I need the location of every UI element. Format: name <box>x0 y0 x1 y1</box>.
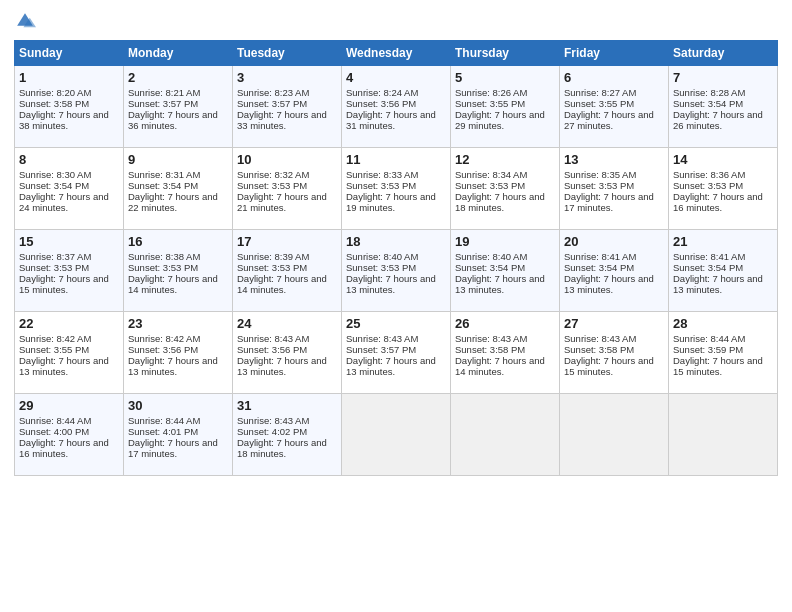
day-number: 17 <box>237 234 337 249</box>
sunset-text: Sunset: 3:57 PM <box>346 344 416 355</box>
calendar-cell <box>342 394 451 476</box>
calendar-cell <box>560 394 669 476</box>
day-number: 26 <box>455 316 555 331</box>
sunset-text: Sunset: 3:58 PM <box>455 344 525 355</box>
calendar-cell: 29Sunrise: 8:44 AMSunset: 4:00 PMDayligh… <box>15 394 124 476</box>
daylight-text: Daylight: 7 hours and 14 minutes. <box>455 355 545 377</box>
calendar-cell: 12Sunrise: 8:34 AMSunset: 3:53 PMDayligh… <box>451 148 560 230</box>
daylight-text: Daylight: 7 hours and 17 minutes. <box>128 437 218 459</box>
daylight-text: Daylight: 7 hours and 14 minutes. <box>128 273 218 295</box>
sunset-text: Sunset: 3:58 PM <box>564 344 634 355</box>
daylight-text: Daylight: 7 hours and 13 minutes. <box>128 355 218 377</box>
day-number: 21 <box>673 234 773 249</box>
sunset-text: Sunset: 4:01 PM <box>128 426 198 437</box>
calendar-cell: 8Sunrise: 8:30 AMSunset: 3:54 PMDaylight… <box>15 148 124 230</box>
sunset-text: Sunset: 3:55 PM <box>19 344 89 355</box>
day-header-monday: Monday <box>124 41 233 66</box>
sunset-text: Sunset: 3:53 PM <box>237 262 307 273</box>
sunset-text: Sunset: 4:00 PM <box>19 426 89 437</box>
calendar-cell: 26Sunrise: 8:43 AMSunset: 3:58 PMDayligh… <box>451 312 560 394</box>
calendar-table: SundayMondayTuesdayWednesdayThursdayFrid… <box>14 40 778 476</box>
sunrise-text: Sunrise: 8:33 AM <box>346 169 418 180</box>
calendar-cell: 30Sunrise: 8:44 AMSunset: 4:01 PMDayligh… <box>124 394 233 476</box>
sunrise-text: Sunrise: 8:37 AM <box>19 251 91 262</box>
sunrise-text: Sunrise: 8:42 AM <box>19 333 91 344</box>
sunrise-text: Sunrise: 8:43 AM <box>237 333 309 344</box>
day-number: 25 <box>346 316 446 331</box>
daylight-text: Daylight: 7 hours and 16 minutes. <box>19 437 109 459</box>
daylight-text: Daylight: 7 hours and 14 minutes. <box>237 273 327 295</box>
sunset-text: Sunset: 3:54 PM <box>673 98 743 109</box>
calendar-cell: 5Sunrise: 8:26 AMSunset: 3:55 PMDaylight… <box>451 66 560 148</box>
logo <box>14 10 38 32</box>
day-number: 12 <box>455 152 555 167</box>
sunset-text: Sunset: 3:54 PM <box>455 262 525 273</box>
day-number: 6 <box>564 70 664 85</box>
calendar-cell: 27Sunrise: 8:43 AMSunset: 3:58 PMDayligh… <box>560 312 669 394</box>
calendar-cell: 28Sunrise: 8:44 AMSunset: 3:59 PMDayligh… <box>669 312 778 394</box>
sunrise-text: Sunrise: 8:34 AM <box>455 169 527 180</box>
daylight-text: Daylight: 7 hours and 38 minutes. <box>19 109 109 131</box>
daylight-text: Daylight: 7 hours and 33 minutes. <box>237 109 327 131</box>
calendar-cell: 25Sunrise: 8:43 AMSunset: 3:57 PMDayligh… <box>342 312 451 394</box>
day-number: 13 <box>564 152 664 167</box>
logo-icon <box>14 10 36 32</box>
daylight-text: Daylight: 7 hours and 22 minutes. <box>128 191 218 213</box>
sunrise-text: Sunrise: 8:38 AM <box>128 251 200 262</box>
day-header-wednesday: Wednesday <box>342 41 451 66</box>
calendar-cell: 19Sunrise: 8:40 AMSunset: 3:54 PMDayligh… <box>451 230 560 312</box>
sunset-text: Sunset: 3:58 PM <box>19 98 89 109</box>
calendar-cell: 31Sunrise: 8:43 AMSunset: 4:02 PMDayligh… <box>233 394 342 476</box>
sunset-text: Sunset: 3:57 PM <box>128 98 198 109</box>
week-row-5: 29Sunrise: 8:44 AMSunset: 4:00 PMDayligh… <box>15 394 778 476</box>
sunrise-text: Sunrise: 8:31 AM <box>128 169 200 180</box>
sunrise-text: Sunrise: 8:23 AM <box>237 87 309 98</box>
sunrise-text: Sunrise: 8:42 AM <box>128 333 200 344</box>
sunset-text: Sunset: 3:53 PM <box>346 180 416 191</box>
calendar-cell: 15Sunrise: 8:37 AMSunset: 3:53 PMDayligh… <box>15 230 124 312</box>
sunrise-text: Sunrise: 8:27 AM <box>564 87 636 98</box>
sunrise-text: Sunrise: 8:28 AM <box>673 87 745 98</box>
sunset-text: Sunset: 4:02 PM <box>237 426 307 437</box>
day-number: 1 <box>19 70 119 85</box>
sunset-text: Sunset: 3:56 PM <box>128 344 198 355</box>
day-number: 22 <box>19 316 119 331</box>
sunrise-text: Sunrise: 8:35 AM <box>564 169 636 180</box>
sunset-text: Sunset: 3:59 PM <box>673 344 743 355</box>
calendar-cell: 16Sunrise: 8:38 AMSunset: 3:53 PMDayligh… <box>124 230 233 312</box>
sunset-text: Sunset: 3:53 PM <box>19 262 89 273</box>
daylight-text: Daylight: 7 hours and 29 minutes. <box>455 109 545 131</box>
sunrise-text: Sunrise: 8:44 AM <box>19 415 91 426</box>
daylight-text: Daylight: 7 hours and 13 minutes. <box>673 273 763 295</box>
daylight-text: Daylight: 7 hours and 16 minutes. <box>673 191 763 213</box>
daylight-text: Daylight: 7 hours and 19 minutes. <box>346 191 436 213</box>
calendar-cell: 22Sunrise: 8:42 AMSunset: 3:55 PMDayligh… <box>15 312 124 394</box>
day-number: 30 <box>128 398 228 413</box>
page-container: SundayMondayTuesdayWednesdayThursdayFrid… <box>0 0 792 482</box>
sunrise-text: Sunrise: 8:41 AM <box>673 251 745 262</box>
calendar-cell: 7Sunrise: 8:28 AMSunset: 3:54 PMDaylight… <box>669 66 778 148</box>
day-number: 14 <box>673 152 773 167</box>
day-number: 23 <box>128 316 228 331</box>
daylight-text: Daylight: 7 hours and 26 minutes. <box>673 109 763 131</box>
sunrise-text: Sunrise: 8:32 AM <box>237 169 309 180</box>
sunrise-text: Sunrise: 8:24 AM <box>346 87 418 98</box>
calendar-cell: 20Sunrise: 8:41 AMSunset: 3:54 PMDayligh… <box>560 230 669 312</box>
week-row-2: 8Sunrise: 8:30 AMSunset: 3:54 PMDaylight… <box>15 148 778 230</box>
daylight-text: Daylight: 7 hours and 18 minutes. <box>237 437 327 459</box>
day-header-thursday: Thursday <box>451 41 560 66</box>
daylight-text: Daylight: 7 hours and 15 minutes. <box>564 355 654 377</box>
day-number: 16 <box>128 234 228 249</box>
day-header-sunday: Sunday <box>15 41 124 66</box>
daylight-text: Daylight: 7 hours and 18 minutes. <box>455 191 545 213</box>
daylight-text: Daylight: 7 hours and 13 minutes. <box>455 273 545 295</box>
sunset-text: Sunset: 3:54 PM <box>19 180 89 191</box>
calendar-cell: 13Sunrise: 8:35 AMSunset: 3:53 PMDayligh… <box>560 148 669 230</box>
sunset-text: Sunset: 3:53 PM <box>673 180 743 191</box>
sunrise-text: Sunrise: 8:40 AM <box>455 251 527 262</box>
week-row-1: 1Sunrise: 8:20 AMSunset: 3:58 PMDaylight… <box>15 66 778 148</box>
daylight-text: Daylight: 7 hours and 15 minutes. <box>673 355 763 377</box>
day-number: 7 <box>673 70 773 85</box>
sunset-text: Sunset: 3:54 PM <box>564 262 634 273</box>
day-number: 15 <box>19 234 119 249</box>
